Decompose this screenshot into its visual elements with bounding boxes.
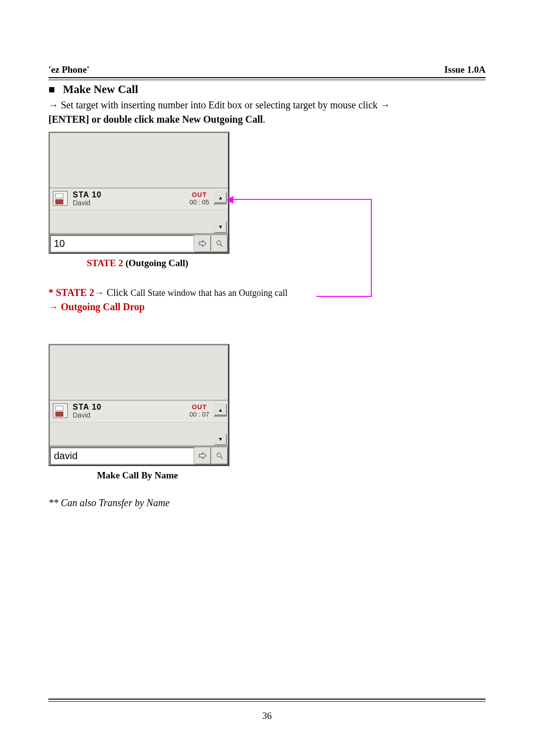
svg-line-3 bbox=[221, 457, 222, 459]
station-icon bbox=[53, 191, 68, 206]
station-label: STA 10 bbox=[73, 403, 101, 412]
search-button[interactable] bbox=[211, 235, 228, 252]
scroll-track[interactable] bbox=[214, 416, 227, 418]
go-button[interactable] bbox=[194, 447, 211, 465]
call-state-panel: STA 10 David OUT 00 : 05 ▲ ▼ bbox=[48, 132, 229, 254]
go-arrow-icon bbox=[199, 452, 207, 459]
transfer-note: ** Can also Transfer by Name bbox=[48, 496, 486, 510]
station-label: STA 10 bbox=[73, 190, 101, 199]
scroll-up-button[interactable]: ▲ bbox=[214, 404, 227, 416]
arrow-icon: → bbox=[48, 99, 58, 110]
call-state-panel-2: STA 10 David OUT 00 : 07 ▲ ▼ bbox=[48, 344, 229, 466]
call-row[interactable]: STA 10 David OUT 00 : 07 ▲ bbox=[50, 401, 228, 423]
call-row[interactable]: STA 10 David OUT 00 : 05 ▲ bbox=[50, 189, 228, 210]
enter-instruction: [ENTER] or double click make New Outgoin… bbox=[48, 114, 263, 125]
section-bullet-icon: ■ bbox=[48, 83, 55, 96]
go-arrow-icon bbox=[199, 240, 207, 247]
panel2-caption: Make Call By Name bbox=[48, 470, 226, 481]
out-badge: OUT bbox=[189, 191, 209, 198]
scroll-track[interactable] bbox=[214, 203, 227, 205]
footer-rule bbox=[48, 699, 486, 702]
header-left: 'ez Phone' bbox=[48, 64, 89, 75]
station-icon bbox=[53, 403, 68, 418]
out-badge: OUT bbox=[189, 403, 209, 411]
search-icon bbox=[216, 452, 223, 459]
instruction-paragraph: → Set target with inserting number into … bbox=[48, 98, 486, 127]
dial-input[interactable]: david bbox=[50, 447, 194, 465]
section-title: Make New Call bbox=[63, 83, 138, 96]
dial-input[interactable]: 10 bbox=[50, 235, 194, 252]
call-timer: 00 : 05 bbox=[189, 198, 209, 206]
scroll-down-button[interactable]: ▼ bbox=[214, 221, 227, 233]
panel-blank-area bbox=[50, 345, 228, 401]
panel-blank-area bbox=[50, 133, 228, 189]
search-icon bbox=[216, 240, 223, 247]
search-button[interactable] bbox=[211, 447, 228, 465]
svg-line-1 bbox=[221, 244, 222, 246]
scroll-down-button[interactable]: ▼ bbox=[214, 433, 227, 445]
header-rule bbox=[48, 77, 486, 80]
scroll-up-button[interactable]: ▲ bbox=[214, 191, 227, 203]
caller-name: David bbox=[73, 412, 101, 419]
caller-name: David bbox=[73, 199, 101, 207]
arrow-icon: → bbox=[380, 99, 390, 110]
svg-point-0 bbox=[217, 241, 221, 245]
drop-instruction: → Outgoing Call Drop bbox=[48, 300, 486, 314]
go-button[interactable] bbox=[194, 235, 211, 252]
annotation-line bbox=[233, 199, 372, 200]
svg-point-2 bbox=[217, 453, 221, 457]
panel1-caption: STATE 2 (Outgoing Call) bbox=[48, 258, 226, 269]
state2-instruction: * STATE 2→ Click Call State window that … bbox=[48, 285, 486, 300]
call-timer: 00 : 07 bbox=[189, 411, 209, 418]
page-number: 36 bbox=[0, 710, 534, 721]
annotation-arrowhead-icon bbox=[226, 196, 233, 204]
header-right: Issue 1.0A bbox=[445, 64, 486, 75]
